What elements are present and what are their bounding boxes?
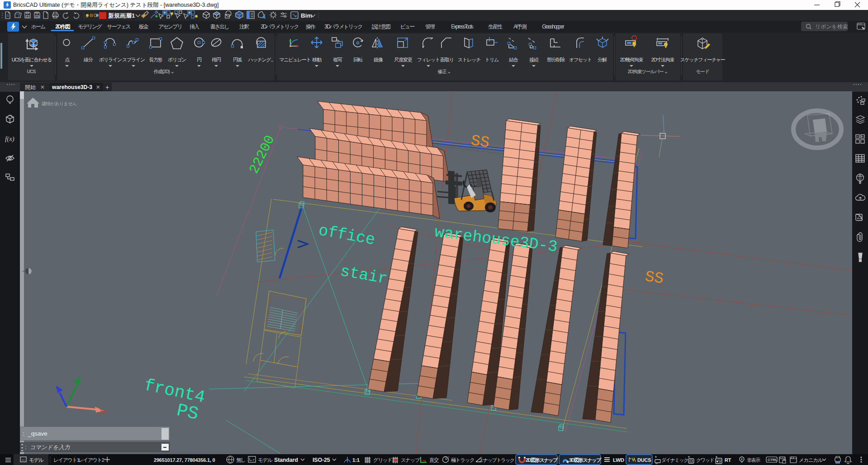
svg-text:1:1: 1:1 (352, 457, 360, 463)
svg-text:非表示: 非表示 (747, 457, 760, 463)
svg-text:レイアウト2: レイアウト2 (78, 457, 104, 463)
svg-text:スナップトラック: スナップトラック (479, 457, 514, 463)
svg-text:ダイナミック: ダイナミック (661, 457, 688, 463)
svg-text:Bim: Bim (301, 12, 313, 19)
svg-text:SS: SS (644, 268, 665, 287)
svg-text:2D図形スナップ: 2D図形スナップ (526, 457, 558, 463)
svg-text:f(x): f(x) (5, 135, 14, 143)
svg-text:RT: RT (725, 457, 731, 463)
svg-text:レイアウト1: レイアウト1 (53, 457, 80, 463)
svg-text:無し: 無し (236, 457, 245, 463)
svg-text:LWD: LWD (613, 457, 624, 463)
svg-text:モデル: モデル (29, 457, 44, 463)
svg-text:新規画層1: 新規画層1 (108, 12, 135, 19)
svg-text:29651017.27, 77804356.1, 0: 29651017.27, 77804356.1, 0 (154, 457, 215, 463)
svg-text:ISO-25: ISO-25 (313, 457, 330, 463)
svg-text:DUCS: DUCS (637, 457, 651, 463)
svg-text:極トラック: 極トラック (451, 457, 474, 463)
svg-text:3D図形スナップ: 3D図形スナップ (569, 457, 602, 463)
svg-text:グリッド: グリッド (373, 457, 392, 463)
svg-text:建物がありません: 建物がありません (41, 101, 77, 106)
svg-text:モデル: モデル (258, 457, 273, 463)
svg-text:Standard: Standard (274, 457, 298, 463)
svg-text:メカニカル: メカニカル (799, 457, 823, 463)
svg-text:SS: SS (470, 132, 491, 151)
svg-text:CTRL: CTRL (768, 458, 777, 462)
svg-text:直交: 直交 (429, 457, 439, 463)
svg-text:クワッド: クワッド (696, 457, 714, 463)
svg-text:スナップ: スナップ (401, 457, 420, 463)
